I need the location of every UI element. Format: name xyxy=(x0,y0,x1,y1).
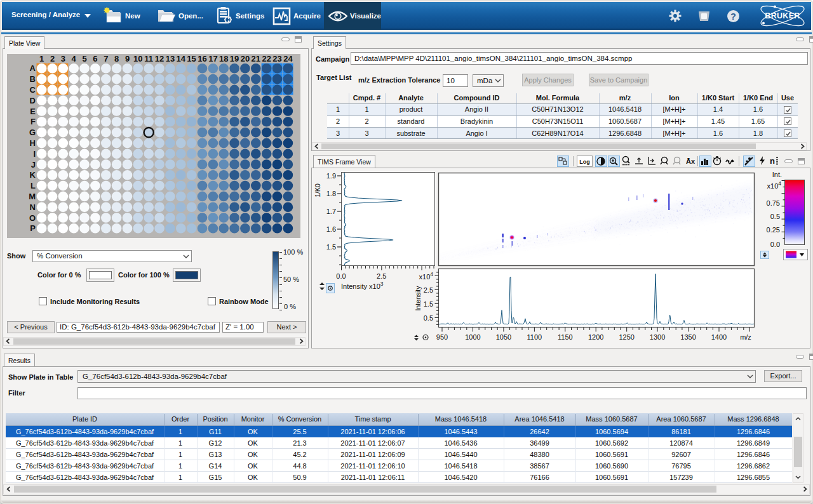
svg-text:BRUKER: BRUKER xyxy=(765,11,800,20)
svg-text:?: ? xyxy=(730,11,736,22)
